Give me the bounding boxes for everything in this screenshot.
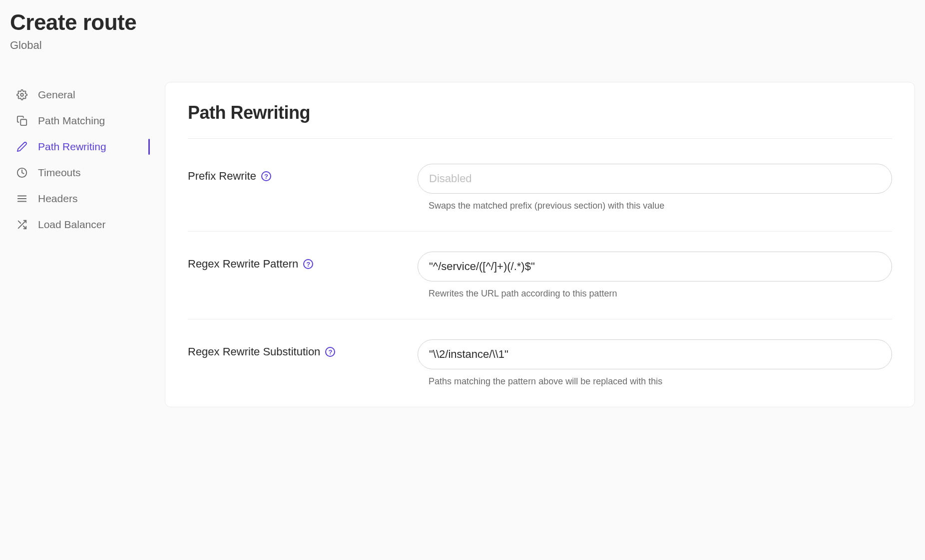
sidebar-item-label: Timeouts — [38, 167, 81, 179]
svg-point-0 — [20, 93, 23, 96]
prefix-rewrite-label: Prefix Rewrite — [188, 170, 256, 183]
help-icon[interactable]: ? — [303, 259, 313, 269]
sidebar-item-headers[interactable]: Headers — [10, 186, 150, 212]
copy-icon — [16, 115, 28, 127]
sidebar-item-path-rewriting[interactable]: Path Rewriting — [10, 134, 150, 160]
settings-sidebar: General Path Matching Path Rewriting Tim… — [10, 82, 150, 407]
gear-icon — [16, 89, 28, 101]
sidebar-item-label: General — [38, 89, 75, 101]
clock-icon — [16, 167, 28, 179]
page-title: Create route — [10, 10, 915, 35]
shuffle-icon — [16, 219, 28, 231]
sidebar-item-general[interactable]: General — [10, 82, 150, 108]
form-row-regex-substitution: Regex Rewrite Substitution ? Paths match… — [188, 339, 892, 387]
form-row-regex-pattern: Regex Rewrite Pattern ? Rewrites the URL… — [188, 252, 892, 319]
main-panel: Path Rewriting Prefix Rewrite ? Swaps th… — [165, 82, 915, 407]
prefix-rewrite-input[interactable] — [418, 164, 892, 194]
sidebar-item-label: Load Balancer — [38, 219, 105, 231]
sidebar-item-label: Headers — [38, 193, 77, 205]
sidebar-item-path-matching[interactable]: Path Matching — [10, 108, 150, 134]
sidebar-item-timeouts[interactable]: Timeouts — [10, 160, 150, 186]
regex-substitution-help: Paths matching the pattern above will be… — [418, 376, 892, 387]
sidebar-item-load-balancer[interactable]: Load Balancer — [10, 212, 150, 238]
help-icon[interactable]: ? — [261, 171, 271, 181]
regex-substitution-input[interactable] — [418, 339, 892, 369]
sidebar-item-label: Path Matching — [38, 115, 105, 127]
svg-line-8 — [18, 221, 21, 224]
regex-pattern-input[interactable] — [418, 252, 892, 281]
svg-rect-1 — [20, 119, 26, 125]
regex-substitution-label: Regex Rewrite Substitution — [188, 345, 320, 358]
form-row-prefix-rewrite: Prefix Rewrite ? Swaps the matched prefi… — [188, 164, 892, 232]
panel-title: Path Rewriting — [188, 102, 892, 139]
page-subtitle: Global — [10, 39, 915, 52]
help-icon[interactable]: ? — [325, 347, 335, 357]
prefix-rewrite-help: Swaps the matched prefix (previous secti… — [418, 201, 892, 211]
page-header: Create route Global — [10, 10, 915, 52]
regex-pattern-label: Regex Rewrite Pattern — [188, 258, 298, 271]
pencil-icon — [16, 141, 28, 153]
sidebar-item-label: Path Rewriting — [38, 141, 106, 153]
regex-pattern-help: Rewrites the URL path according to this … — [418, 288, 892, 299]
list-icon — [16, 193, 28, 205]
